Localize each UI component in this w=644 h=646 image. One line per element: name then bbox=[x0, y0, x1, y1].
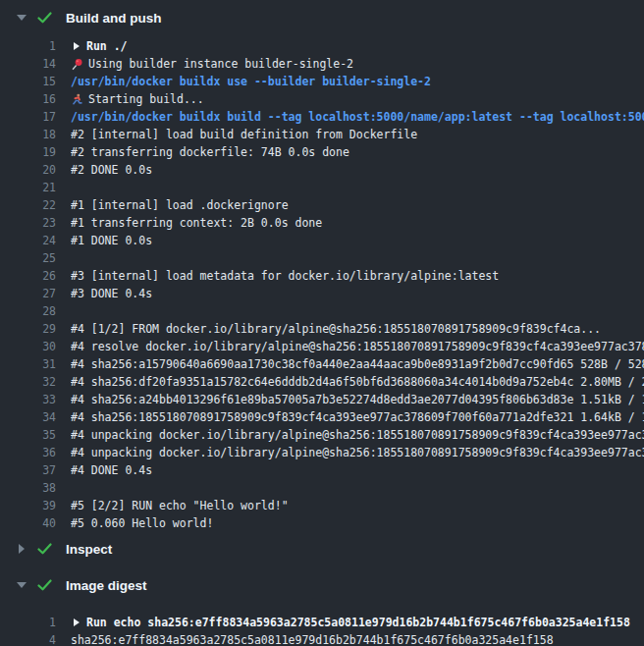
line-number[interactable]: 15 bbox=[0, 73, 56, 90]
log-line-text: #4 unpacking docker.io/library/alpine@sh… bbox=[71, 444, 644, 461]
section-title: Image digest bbox=[66, 578, 147, 593]
line-number[interactable]: 24 bbox=[0, 232, 56, 249]
log-line: 31 #4 sha256:a15790640a6690aa1730c38cf0a… bbox=[0, 355, 644, 373]
section-header-image-digest[interactable]: Image digest bbox=[0, 565, 644, 605]
log-line: 1 Run ./ bbox=[0, 37, 644, 55]
line-number[interactable]: 1 bbox=[0, 614, 56, 631]
line-number[interactable]: 16 bbox=[0, 90, 56, 108]
log-line: 33 #4 sha256:a24bb4013296f61e89ba57005a7… bbox=[0, 391, 644, 408]
line-number[interactable]: 19 bbox=[0, 143, 56, 161]
section-title: Build and push bbox=[66, 11, 162, 26]
log-line: 16 Starting build... bbox=[0, 90, 644, 108]
line-number[interactable]: 21 bbox=[0, 179, 56, 196]
chevron-down-icon[interactable] bbox=[16, 15, 27, 21]
log-line: 1 Run echo sha256:e7ff8834a5963a2785c5a0… bbox=[0, 614, 644, 631]
log-line-text: Run echo sha256:e7ff8834a5963a2785c5a081… bbox=[86, 614, 630, 631]
log-line-text: /usr/bin/docker buildx build --tag local… bbox=[71, 108, 644, 126]
log-line-text: #3 DONE 0.4s bbox=[71, 285, 152, 302]
log-line: 37 #4 DONE 0.4s bbox=[0, 461, 644, 479]
line-number[interactable]: 38 bbox=[0, 479, 56, 497]
line-number[interactable]: 27 bbox=[0, 285, 56, 302]
line-number[interactable]: 37 bbox=[0, 461, 56, 479]
pushpin-emoji-icon bbox=[71, 58, 83, 71]
log-line-text: sha256:e7ff8834a5963a2785c5a0811e979d16b… bbox=[71, 631, 554, 646]
log-line-text: #4 unpacking docker.io/library/alpine@sh… bbox=[71, 426, 644, 444]
log-line: 38 bbox=[0, 479, 644, 497]
line-number[interactable]: 35 bbox=[0, 426, 56, 444]
line-number[interactable]: 20 bbox=[0, 161, 56, 179]
log-line: 30 #4 resolve docker.io/library/alpine@s… bbox=[0, 338, 644, 355]
line-number[interactable]: 31 bbox=[0, 355, 56, 373]
log-line: 32 #4 sha256:df20fa9351a15782c64e6dddb2d… bbox=[0, 373, 644, 391]
log-line-text: #2 DONE 0.0s bbox=[71, 161, 152, 179]
chevron-down-icon[interactable] bbox=[16, 582, 27, 588]
log-line: 20 #2 DONE 0.0s bbox=[0, 161, 644, 179]
log-line-text: Using builder instance builder-single-2 bbox=[88, 55, 353, 73]
run-expand-icon[interactable] bbox=[74, 42, 80, 50]
line-number[interactable]: 34 bbox=[0, 408, 56, 426]
line-number[interactable]: 1 bbox=[0, 37, 56, 55]
line-number[interactable]: 17 bbox=[0, 108, 56, 126]
line-number[interactable]: 30 bbox=[0, 338, 56, 355]
log-line: 18 #2 [internal] load build definition f… bbox=[0, 126, 644, 143]
log-line: 25 bbox=[0, 249, 644, 267]
success-check-icon bbox=[37, 12, 52, 24]
line-number[interactable]: 25 bbox=[0, 249, 56, 267]
log-line-text: #1 transferring context: 2B 0.0s done bbox=[71, 214, 322, 232]
line-number[interactable]: 32 bbox=[0, 373, 56, 391]
success-check-icon bbox=[37, 543, 52, 555]
log-line-text: #4 sha256:185518070891758909c9f839cf4ca3… bbox=[71, 408, 644, 426]
log-line: 21 bbox=[0, 179, 644, 196]
log-line: 39 #5 [2/2] RUN echo "Hello world!" bbox=[0, 497, 644, 514]
line-number[interactable]: 39 bbox=[0, 497, 56, 514]
log-line: 17 /usr/bin/docker buildx build --tag lo… bbox=[0, 108, 644, 126]
log-line-text: #1 DONE 0.0s bbox=[71, 232, 152, 249]
log-line-text: #4 DONE 0.4s bbox=[71, 461, 152, 479]
section-header-build-and-push[interactable]: Build and push bbox=[0, 0, 644, 35]
log-line-text: #4 sha256:a15790640a6690aa1730c38cf0a440… bbox=[71, 355, 644, 373]
line-number[interactable]: 29 bbox=[0, 320, 56, 338]
log-line: 35 #4 unpacking docker.io/library/alpine… bbox=[0, 426, 644, 444]
line-number[interactable]: 28 bbox=[0, 302, 56, 320]
success-check-icon bbox=[37, 579, 52, 591]
log-line-text: #1 [internal] load .dockerignore bbox=[71, 196, 289, 214]
line-number[interactable]: 14 bbox=[0, 55, 56, 73]
log-line-text: #5 [2/2] RUN echo "Hello world!" bbox=[71, 497, 289, 514]
log-line-text: #3 [internal] load metadata for docker.i… bbox=[71, 267, 499, 285]
workflow-log-viewer: Build and push 1 Run ./ 14 Using builder… bbox=[0, 0, 644, 646]
log-line: 4 sha256:e7ff8834a5963a2785c5a0811e979d1… bbox=[0, 631, 644, 646]
log-line-text: #4 sha256:df20fa9351a15782c64e6dddb2d4a6… bbox=[71, 373, 644, 391]
log-line-text: #4 [1/2] FROM docker.io/library/alpine@s… bbox=[71, 320, 601, 338]
log-line: 22 #1 [internal] load .dockerignore bbox=[0, 196, 644, 214]
section-title: Inspect bbox=[66, 542, 112, 557]
line-number[interactable]: 33 bbox=[0, 391, 56, 408]
run-expand-icon[interactable] bbox=[74, 619, 80, 626]
log-line-text: Starting build... bbox=[88, 90, 204, 108]
log-line: 24 #1 DONE 0.0s bbox=[0, 232, 644, 249]
line-number[interactable]: 36 bbox=[0, 444, 56, 461]
log-line-text: /usr/bin/docker buildx use --builder bui… bbox=[71, 73, 431, 90]
log-line: 40 #5 0.060 Hello world! bbox=[0, 514, 644, 532]
line-number[interactable]: 18 bbox=[0, 126, 56, 143]
chevron-right-icon[interactable] bbox=[16, 544, 27, 554]
log-lines-image-digest: 1 Run echo sha256:e7ff8834a5963a2785c5a0… bbox=[0, 605, 644, 646]
line-number[interactable]: 23 bbox=[0, 214, 56, 232]
log-line: 15 /usr/bin/docker buildx use --builder … bbox=[0, 73, 644, 90]
line-number[interactable]: 40 bbox=[0, 514, 56, 532]
log-line: 28 bbox=[0, 302, 644, 320]
line-number[interactable]: 4 bbox=[0, 631, 56, 646]
line-number[interactable]: 26 bbox=[0, 267, 56, 285]
section-build-and-push: Build and push 1 Run ./ 14 Using builder… bbox=[0, 0, 644, 532]
log-line-text: #2 transferring dockerfile: 74B 0.0s don… bbox=[71, 143, 349, 161]
log-line: 36 #4 unpacking docker.io/library/alpine… bbox=[0, 444, 644, 461]
line-number[interactable]: 22 bbox=[0, 196, 56, 214]
log-line-text: Run ./ bbox=[86, 37, 128, 55]
log-line-text: #4 resolve docker.io/library/alpine@sha2… bbox=[71, 338, 644, 355]
log-line: 29 #4 [1/2] FROM docker.io/library/alpin… bbox=[0, 320, 644, 338]
log-line: 34 #4 sha256:185518070891758909c9f839cf4… bbox=[0, 408, 644, 426]
section-header-inspect[interactable]: Inspect bbox=[0, 532, 644, 565]
log-line: 19 #2 transferring dockerfile: 74B 0.0s … bbox=[0, 143, 644, 161]
log-line-text: #5 0.060 Hello world! bbox=[71, 514, 213, 532]
log-line: 27 #3 DONE 0.4s bbox=[0, 285, 644, 302]
log-lines-build-and-push: 1 Run ./ 14 Using builder instance build… bbox=[0, 35, 644, 532]
